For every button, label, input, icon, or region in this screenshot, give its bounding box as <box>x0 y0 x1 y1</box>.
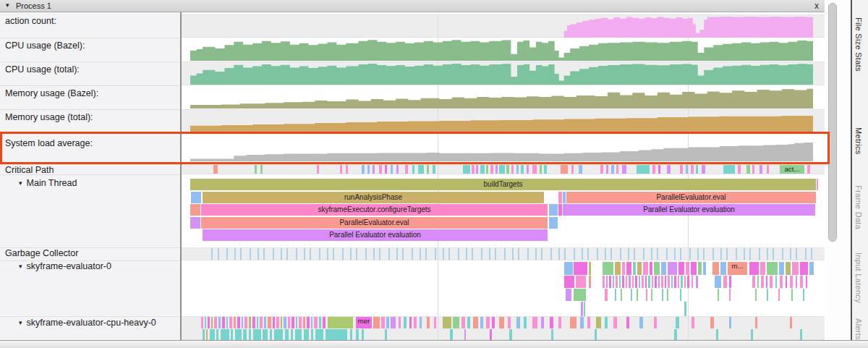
trace-slice[interactable] <box>420 248 421 260</box>
trace-slice[interactable] <box>710 317 714 328</box>
trace-slice[interactable] <box>206 329 208 340</box>
trace-slice[interactable] <box>499 317 504 328</box>
trace-slice[interactable] <box>723 276 727 288</box>
trace-slice[interactable] <box>637 262 642 275</box>
trace-slice[interactable] <box>342 248 344 260</box>
tab-alerts[interactable]: Alerts <box>854 318 863 340</box>
trace-slice[interactable] <box>696 165 698 174</box>
trace-slice[interactable] <box>464 329 466 340</box>
collapse-arrow-icon[interactable]: ▾ <box>6 1 9 9</box>
trace-slice[interactable] <box>678 262 684 275</box>
trace-slice[interactable] <box>414 317 417 328</box>
trace-slice[interactable] <box>674 248 676 260</box>
trace-slice[interactable] <box>703 248 705 260</box>
trace-slice-labeled[interactable]: runAnalysisPhase <box>203 192 544 203</box>
trace-slice[interactable] <box>684 276 686 288</box>
trace-slice[interactable] <box>790 248 791 260</box>
trace-slice[interactable] <box>516 165 519 174</box>
trace-slice[interactable] <box>786 262 791 275</box>
trace-slice[interactable] <box>326 329 347 340</box>
trace-slice[interactable] <box>561 165 568 174</box>
trace-slice[interactable] <box>311 329 313 340</box>
trace-slice-labeled[interactable]: act... <box>780 165 804 174</box>
trace-slice[interactable] <box>263 329 268 340</box>
trace-slice[interactable] <box>648 276 650 288</box>
action-count-chart[interactable] <box>190 15 813 38</box>
trace-slice[interactable] <box>356 329 359 340</box>
trace-slice[interactable] <box>800 262 808 275</box>
trace-slice[interactable] <box>273 248 274 260</box>
trace-slice[interactable] <box>692 317 694 328</box>
trace-slice[interactable] <box>434 317 436 328</box>
trace-slice[interactable] <box>757 276 759 288</box>
trace-slice[interactable] <box>550 317 553 328</box>
trace-slice[interactable] <box>535 248 537 260</box>
trace-slice[interactable] <box>639 276 640 288</box>
trace-slice[interactable] <box>373 165 375 174</box>
trace-slice[interactable] <box>684 302 686 316</box>
trace-slice[interactable] <box>506 165 509 174</box>
trace-slice[interactable] <box>666 248 668 260</box>
trace-slice[interactable] <box>650 262 652 275</box>
trace-slice[interactable] <box>791 289 793 301</box>
horizontal-scrollbar[interactable] <box>0 340 868 348</box>
trace-slice[interactable] <box>213 165 218 174</box>
trace-slice[interactable] <box>817 179 818 190</box>
trace-slice[interactable] <box>463 165 470 174</box>
trace-slice[interactable] <box>544 165 547 174</box>
trace-slice[interactable] <box>637 289 638 301</box>
trace-slice[interactable] <box>574 262 587 275</box>
trace-slice[interactable] <box>253 329 261 340</box>
trace-slice[interactable] <box>346 165 348 174</box>
collapse-arrow-icon[interactable]: ▾ <box>19 263 22 270</box>
trace-slice-labeled[interactable]: Parallel Evaluator evaluation <box>563 204 815 216</box>
trace-slice[interactable] <box>726 248 728 260</box>
trace-slice[interactable] <box>680 289 681 301</box>
trace-slice[interactable] <box>759 248 760 260</box>
trace-slice[interactable] <box>443 248 444 260</box>
trace-slice[interactable] <box>611 165 614 174</box>
trace-slice[interactable] <box>736 248 737 260</box>
trace-slice[interactable] <box>635 276 637 288</box>
trace-slice[interactable] <box>226 317 228 328</box>
trace-slice[interactable] <box>686 165 688 174</box>
trace-slice[interactable] <box>626 317 629 328</box>
trace-slice[interactable] <box>600 165 603 174</box>
trace-slice[interactable] <box>790 276 793 288</box>
trace-slice[interactable] <box>319 317 321 328</box>
trace-slice[interactable] <box>258 248 259 260</box>
trace-slice[interactable] <box>255 165 257 174</box>
trace-slice[interactable] <box>658 165 660 174</box>
trace-slice[interactable] <box>504 248 506 260</box>
trace-slice[interactable] <box>621 289 622 301</box>
trace-slice[interactable] <box>605 248 606 260</box>
trace-slice[interactable] <box>328 317 353 328</box>
trace-slice[interactable] <box>512 248 514 260</box>
trace-slice[interactable] <box>490 329 492 340</box>
trace-slice[interactable] <box>319 248 320 260</box>
trace-slice[interactable] <box>606 165 608 174</box>
close-icon[interactable]: x <box>814 1 819 11</box>
trace-slice[interactable] <box>634 248 635 260</box>
trace-slice[interactable] <box>645 276 647 288</box>
trace-slice[interactable] <box>317 165 319 174</box>
trace-slice[interactable] <box>755 317 757 328</box>
trace-slice[interactable] <box>603 276 605 288</box>
trace-slice[interactable] <box>616 276 618 288</box>
track-label-main-thread[interactable]: ▾Main Thread <box>19 178 77 188</box>
trace-slice[interactable] <box>760 165 762 174</box>
trace-slice[interactable] <box>492 317 495 328</box>
trace-slice[interactable] <box>716 329 718 340</box>
trace-slice[interactable] <box>250 248 251 260</box>
trace-slice[interactable] <box>385 329 387 340</box>
trace-slice[interactable] <box>208 317 210 328</box>
trace-slice[interactable] <box>712 262 719 275</box>
trace-slice[interactable] <box>226 248 228 260</box>
tab-metrics[interactable]: Metrics <box>854 127 863 155</box>
trace-slice[interactable] <box>702 165 705 174</box>
trace-slice[interactable] <box>692 276 693 288</box>
trace-slice-labeled[interactable]: skyframeExecutor.configureTargets <box>201 204 548 216</box>
trace-slice[interactable] <box>524 317 527 328</box>
trace-slice[interactable] <box>570 317 576 328</box>
trace-slice[interactable] <box>541 248 542 260</box>
